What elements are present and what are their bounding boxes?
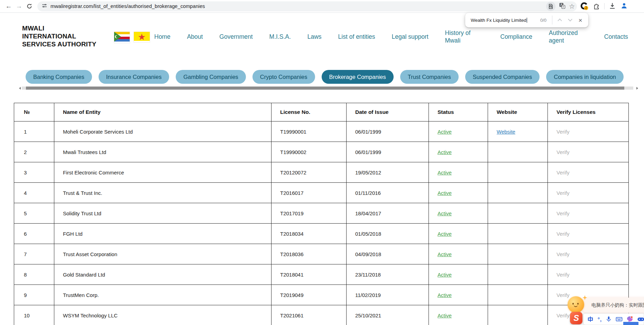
find-in-page-icon[interactable] <box>546 2 555 11</box>
ime-candidate-strip <box>623 322 638 325</box>
date-of-issue: 01/11/2016 <box>347 183 429 203</box>
nav-link[interactable]: Compliance <box>500 33 532 40</box>
table-row: 9 TrustMen Corp. T2019049 11/02/2019 Act… <box>14 285 629 305</box>
nav-link[interactable]: Legal support <box>392 33 429 40</box>
license-number: T2018036 <box>272 244 347 264</box>
verify-link[interactable]: Verify <box>556 313 570 318</box>
category-tab[interactable]: Companies in liquidation <box>546 70 624 84</box>
sun-emoji-icon[interactable] <box>568 296 584 313</box>
entity-name: WSYM Technology LLC <box>54 305 272 325</box>
verify-link[interactable]: Verify <box>556 170 570 175</box>
status-link[interactable]: Active <box>438 231 452 237</box>
verify-link[interactable]: Verify <box>556 251 570 257</box>
nav-link[interactable]: Home <box>154 33 171 40</box>
table-row: 6 FGH Ltd T2018034 01/05/2018 Active Ver… <box>14 224 629 244</box>
license-number: T20120072 <box>272 162 347 183</box>
website-link[interactable]: Website <box>497 129 515 135</box>
nav-link[interactable]: List of entities <box>338 33 375 40</box>
date-of-issue: 25/10/2021 <box>347 305 429 325</box>
scrollbar-thumb[interactable] <box>26 87 624 90</box>
status-link[interactable]: Active <box>438 313 452 318</box>
verify-link[interactable]: Verify <box>556 210 570 216</box>
nav-link[interactable]: Laws <box>307 33 322 40</box>
date-of-issue: 18/04/2017 <box>347 203 429 224</box>
scrollbar-left-arrow-icon[interactable] <box>19 87 21 90</box>
verify-link[interactable]: Verify <box>556 231 570 237</box>
nav-link[interactable]: Contacts <box>604 33 628 40</box>
status-link[interactable]: Active <box>438 149 452 155</box>
find-previous-icon[interactable] <box>554 15 565 25</box>
site-info-icon[interactable] <box>42 3 47 10</box>
verify-link[interactable]: Verify <box>556 292 570 298</box>
ime-tooltip-text: 电脑养只小奶狗：实时跟随你打字 <box>591 302 644 308</box>
urlbar-action-icons: A ☆ <box>546 2 575 11</box>
verify-link[interactable]: Verify <box>556 129 570 135</box>
profile-icon[interactable] <box>620 2 628 11</box>
status-link[interactable]: Active <box>438 190 452 196</box>
back-icon[interactable]: ← <box>3 1 14 11</box>
game-center-icon[interactable] <box>637 316 644 323</box>
nav-link[interactable]: M.I.S.A. <box>269 33 291 40</box>
status-link[interactable]: Active <box>438 129 452 135</box>
find-input[interactable]: Wealth Fx Liquidity Limited <box>471 18 526 23</box>
find-close-icon[interactable]: × <box>575 15 586 25</box>
row-number: 3 <box>14 162 54 183</box>
keyboard-icon[interactable] <box>616 316 623 323</box>
verify-link[interactable]: Verify <box>556 190 570 196</box>
status-link[interactable]: Active <box>438 170 452 175</box>
license-number: T19990002 <box>272 142 347 162</box>
address-bar[interactable]: mwaliregistrar.com/list_of_entities/auth… <box>37 1 577 11</box>
category-tab[interactable]: Banking Companies <box>26 70 92 84</box>
verify-link[interactable]: Verify <box>556 272 570 278</box>
verify-link[interactable]: Verify <box>556 149 570 155</box>
nav-link[interactable]: About <box>187 33 203 40</box>
status-link[interactable]: Active <box>438 251 452 257</box>
sogou-logo-icon[interactable]: S <box>570 312 582 324</box>
tabs-scrollbar[interactable] <box>22 87 633 90</box>
license-number: T2018041 <box>272 264 347 285</box>
find-match-count: 0/0 <box>540 18 546 23</box>
date-of-issue: 19/05/2012 <box>347 162 429 183</box>
category-tab[interactable]: Insurance Companies <box>99 70 169 84</box>
category-tab[interactable]: Brokerage Companies <box>322 70 394 84</box>
category-tab[interactable]: Crypto Companies <box>252 70 315 84</box>
category-tab[interactable]: Trust Companies <box>400 70 459 84</box>
status-link[interactable]: Active <box>438 292 452 298</box>
category-tab[interactable]: Suspended Companies <box>465 70 540 84</box>
sparkle-icon <box>582 295 587 301</box>
date-of-issue: 23/11/2018 <box>347 264 429 285</box>
extension-ring-badge-icon[interactable]: 2 <box>580 2 589 10</box>
license-number: T2019049 <box>272 285 347 305</box>
forward-icon[interactable]: → <box>14 1 24 11</box>
nav-link[interactable]: History of Mwali <box>445 29 484 45</box>
extensions-puzzle-icon[interactable] <box>593 2 600 11</box>
license-number: T2016017 <box>272 183 347 203</box>
entity-name: Mwali Trustees Ltd <box>54 142 272 162</box>
microphone-icon[interactable] <box>606 316 612 322</box>
skin-brush-icon[interactable] <box>626 316 633 323</box>
site-logo[interactable]: MWALI INTERNATIONAL SERVICES AUTHORITY <box>22 24 96 48</box>
ime-tooltip: 电脑养只小奶狗：实时跟随你打字 <box>580 298 644 313</box>
bookmark-star-icon[interactable]: ☆ <box>569 3 575 10</box>
column-header: License No. <box>272 103 347 121</box>
table-header-row: №Name of EntityLicense No.Date of IssueS… <box>14 103 629 121</box>
table-row: 1 Moheli Corporate Services Ltd T1999000… <box>14 121 629 142</box>
url-text[interactable]: mwaliregistrar.com/list_of_entities/auth… <box>50 3 543 9</box>
download-icon[interactable] <box>609 2 616 11</box>
row-number: 6 <box>14 224 54 244</box>
status-link[interactable]: Active <box>438 210 452 216</box>
table-row: 7 Trust Asset Corporation T2018036 04/09… <box>14 244 629 264</box>
chinese-mode-icon[interactable] <box>587 316 594 323</box>
nav-link[interactable]: Authorized agent <box>549 29 588 45</box>
reload-icon[interactable] <box>24 1 35 11</box>
status-link[interactable]: Active <box>438 272 452 278</box>
row-number: 7 <box>14 244 54 264</box>
scrollbar-right-arrow-icon[interactable] <box>636 87 638 90</box>
row-number: 8 <box>14 264 54 285</box>
find-next-icon[interactable] <box>565 15 575 25</box>
row-number: 5 <box>14 203 54 224</box>
punctuation-icon[interactable]: °, <box>598 316 602 322</box>
translate-icon[interactable]: A <box>559 2 565 10</box>
nav-link[interactable]: Government <box>219 33 252 40</box>
category-tab[interactable]: Gambling Companies <box>176 70 246 84</box>
